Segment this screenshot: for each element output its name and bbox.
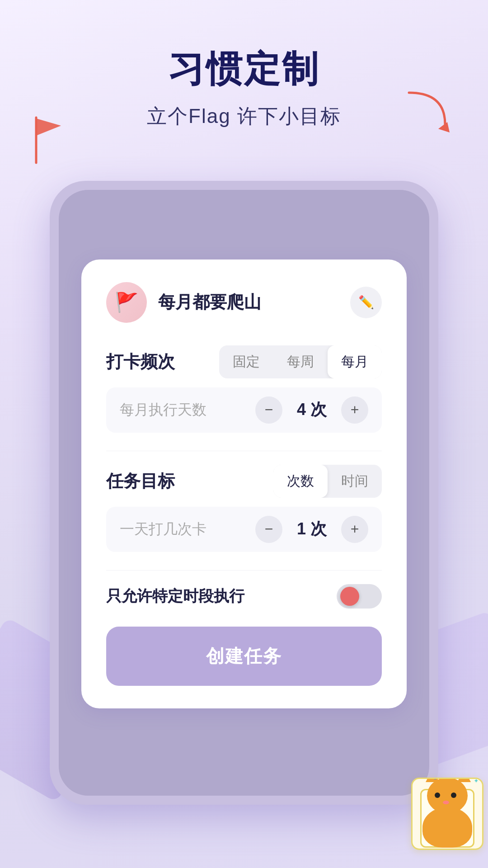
time-limit-label: 只允许特定时段执行 (106, 586, 244, 607)
habit-name: 每月都要爬山 (158, 291, 261, 314)
task-goal-options: 次数 时间 (273, 465, 382, 498)
monthly-days-value: 4 次 (294, 399, 330, 421)
task-goal-count[interactable]: 次数 (273, 465, 328, 498)
monthly-days-row: 每月执行天数 − 4 次 + (106, 387, 382, 433)
monthly-days-controls: − 4 次 + (255, 396, 368, 424)
frequency-section: 打卡频次 固定 每周 每月 每月执行天数 − 4 次 (106, 345, 382, 433)
daily-count-value: 1 次 (294, 518, 330, 540)
deco-arrow (400, 84, 459, 144)
daily-count-row: 一天打几次卡 − 1 次 + (106, 507, 382, 552)
monthly-days-plus[interactable]: + (341, 396, 368, 424)
task-goal-time[interactable]: 时间 (328, 465, 382, 498)
monthly-days-label: 每月执行天数 (120, 400, 206, 420)
task-goal-label: 任务目标 (106, 470, 175, 493)
frequency-row: 打卡频次 固定 每周 每月 (106, 345, 382, 378)
toggle-knob (340, 587, 359, 606)
divider-1 (106, 451, 382, 451)
card-header-left: 🚩 每月都要爬山 (106, 282, 261, 323)
divider-2 (106, 570, 382, 571)
habit-icon: 🚩 (106, 282, 147, 323)
frequency-fixed[interactable]: 固定 (219, 345, 273, 378)
frequency-label: 打卡频次 (106, 350, 175, 373)
cat-decoration-frame: ✓ ✦ ✦ (411, 778, 483, 850)
phone-inner: 🚩 每月都要爬山 ✏️ 打卡频次 固定 每周 每月 (59, 190, 429, 796)
card-header: 🚩 每月都要爬山 ✏️ (106, 282, 382, 323)
daily-count-controls: − 1 次 + (255, 516, 368, 543)
time-limit-toggle[interactable] (337, 584, 382, 609)
frequency-monthly[interactable]: 每月 (328, 345, 382, 378)
edit-button[interactable]: ✏️ (350, 287, 382, 318)
create-task-button[interactable]: 创建任务 (106, 627, 382, 686)
habit-card: 🚩 每月都要爬山 ✏️ 打卡频次 固定 每周 每月 (81, 259, 407, 708)
deco-flag (25, 108, 70, 169)
daily-count-plus[interactable]: + (341, 516, 368, 543)
task-goal-row: 任务目标 次数 时间 (106, 465, 382, 498)
task-goal-section: 任务目标 次数 时间 一天打几次卡 − 1 次 + (106, 465, 382, 552)
daily-count-label: 一天打几次卡 (120, 519, 206, 539)
frequency-options: 固定 每周 每月 (219, 345, 382, 378)
phone-mockup: 🚩 每月都要爬山 ✏️ 打卡频次 固定 每周 每月 (50, 181, 438, 805)
monthly-days-minus[interactable]: − (255, 396, 282, 424)
daily-count-minus[interactable]: − (255, 516, 282, 543)
frequency-weekly[interactable]: 每周 (273, 345, 328, 378)
time-limit-row: 只允许特定时段执行 (106, 584, 382, 609)
edit-icon: ✏️ (358, 295, 374, 310)
